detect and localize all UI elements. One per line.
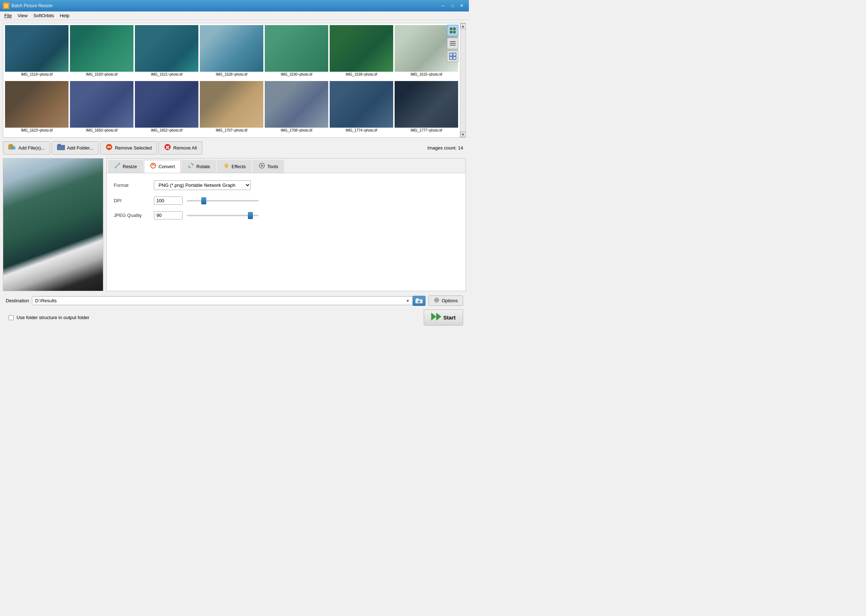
folder-structure-checkbox[interactable]: [9, 315, 14, 320]
options-button[interactable]: Options: [428, 295, 463, 306]
tab-rotate[interactable]: Rotate: [181, 160, 216, 173]
add-folder-button[interactable]: Add Folder...: [52, 141, 99, 154]
preview-panel: [3, 158, 103, 291]
scroll-up-button[interactable]: ▲: [460, 23, 466, 29]
image-filename: IMG_1707~photo.tif: [200, 128, 263, 133]
list-item[interactable]: IMG_1530~photo.tif: [265, 25, 329, 80]
dpi-input[interactable]: 100: [154, 196, 183, 205]
dpi-slider-track: [187, 200, 259, 201]
bottom-section: Destination ▼: [3, 293, 466, 327]
list-item[interactable]: IMG_1623~photo.tif: [5, 81, 69, 136]
effects-tab-label: Effects: [232, 164, 246, 169]
tab-convert[interactable]: Convert: [144, 160, 181, 173]
scroll-down-button[interactable]: ▼: [460, 132, 466, 137]
list-view-button[interactable]: [447, 38, 458, 49]
thumbnail-image: [5, 81, 69, 128]
minimize-button[interactable]: ─: [439, 2, 447, 9]
detail-view-button[interactable]: [447, 50, 458, 62]
destination-browse-button[interactable]: [413, 296, 425, 306]
remove-all-icon: [164, 144, 171, 152]
format-label: Format: [114, 182, 150, 188]
add-files-button[interactable]: Add File(s)...: [3, 141, 50, 154]
rotate-tab-label: Rotate: [196, 164, 210, 169]
image-filename: IMG_1650~photo.tif: [70, 128, 134, 133]
svg-rect-9: [449, 57, 452, 60]
image-filename: IMG_1539~photo.tif: [330, 72, 393, 77]
thumbnail-image: [265, 81, 328, 128]
destination-input[interactable]: [32, 296, 413, 305]
close-button[interactable]: ✕: [457, 2, 466, 9]
add-folder-label: Add Folder...: [67, 145, 94, 151]
image-filename: IMG_1652~photo.tif: [135, 128, 198, 133]
remove-all-label: Remove All: [173, 145, 197, 151]
svg-rect-31: [416, 298, 419, 300]
list-item[interactable]: IMG_1652~photo.tif: [134, 81, 199, 136]
grid-scrollbar[interactable]: ▲ ▼: [460, 23, 466, 137]
thumbnail-image: [200, 81, 263, 128]
list-item[interactable]: IMG_1777~photo.tif: [394, 81, 458, 136]
jpeg-quality-slider-track: [187, 215, 259, 216]
svg-rect-8: [453, 53, 456, 56]
tab-effects[interactable]: Effects: [217, 160, 252, 173]
window-content: IMG_1519~photo.tif IMG_1520~photo.tif IM…: [0, 20, 469, 330]
svg-rect-1: [453, 28, 456, 30]
jpeg-quality-slider-thumb[interactable]: [248, 212, 253, 219]
app-icon: 🖼: [3, 3, 9, 9]
list-item[interactable]: IMG_1519~photo.tif: [5, 25, 69, 80]
maximize-button[interactable]: □: [448, 2, 457, 9]
dpi-slider-thumb[interactable]: [201, 197, 206, 204]
tab-bar: Resize Convert: [107, 159, 466, 173]
image-filename: IMG_1521~photo.tif: [135, 72, 198, 77]
menu-file[interactable]: File: [2, 12, 15, 19]
menu-help[interactable]: Help: [57, 12, 72, 19]
svg-rect-4: [450, 41, 456, 42]
settings-panel: Resize Convert: [106, 158, 466, 291]
preview-image: [3, 159, 103, 291]
jpeg-quality-row: JPEG Quality 90: [114, 211, 458, 220]
image-filename: IMG_1708~photo.tif: [265, 128, 328, 133]
image-filename: IMG_1777~photo.tif: [395, 128, 458, 133]
thumbnail-image: [330, 25, 393, 72]
bottom-actions: Use folder structure in output folder St…: [3, 308, 466, 327]
list-item[interactable]: IMG_1707~photo.tif: [200, 81, 264, 136]
list-item[interactable]: IMG_1539~photo.tif: [329, 25, 394, 80]
thumbnail-image: [135, 25, 198, 72]
scroll-track[interactable]: [460, 29, 466, 132]
svg-rect-6: [450, 45, 456, 46]
dpi-slider-container: [187, 197, 259, 204]
list-item[interactable]: IMG_1708~photo.tif: [265, 81, 329, 136]
add-files-icon: [8, 144, 16, 152]
titlebar: 🖼 Batch Picture Resizer ─ □ ✕: [0, 0, 469, 11]
jpeg-quality-input[interactable]: 90: [154, 211, 183, 220]
start-icon: [431, 313, 441, 322]
list-item[interactable]: IMG_1521~photo.tif: [134, 25, 199, 80]
list-item[interactable]: IMG_1650~photo.tif: [69, 81, 134, 136]
svg-rect-10: [453, 57, 456, 60]
format-select[interactable]: PNG (*.png) Portable Network Graph JPEG …: [154, 180, 251, 190]
add-folder-icon: [57, 144, 65, 152]
menu-softorbits[interactable]: SoftOrbits: [30, 12, 57, 19]
remove-all-button[interactable]: Remove All: [159, 141, 202, 154]
tools-tab-label: Tools: [267, 164, 278, 169]
start-button[interactable]: Start: [424, 310, 463, 325]
svg-rect-2: [450, 31, 452, 33]
list-item[interactable]: IMG_1528~photo.tif: [200, 25, 264, 80]
svg-rect-15: [58, 144, 61, 146]
svg-marker-38: [436, 313, 441, 321]
tab-tools[interactable]: Tools: [253, 160, 284, 173]
resize-tab-label: Resize: [123, 164, 137, 169]
tab-resize[interactable]: Resize: [108, 160, 143, 173]
thumbnail-view-button[interactable]: [447, 25, 458, 36]
destination-bar: Destination ▼: [3, 293, 466, 308]
image-filename: IMG_1528~photo.tif: [200, 72, 263, 77]
dpi-row: DPI 100: [114, 196, 458, 205]
list-item[interactable]: IMG_1520~photo.tif: [69, 25, 134, 80]
folder-structure-row: Use folder structure in output folder: [6, 313, 92, 322]
thumbnail-image: [70, 25, 134, 72]
menu-view[interactable]: View: [15, 12, 30, 19]
list-item[interactable]: IMG_1774~photo.tif: [329, 81, 394, 136]
remove-selected-button[interactable]: Remove Selected: [100, 141, 157, 154]
svg-point-35: [436, 299, 438, 301]
dpi-label: DPI: [114, 198, 150, 203]
image-filename: IMG_1615~photo.tif: [395, 72, 458, 77]
